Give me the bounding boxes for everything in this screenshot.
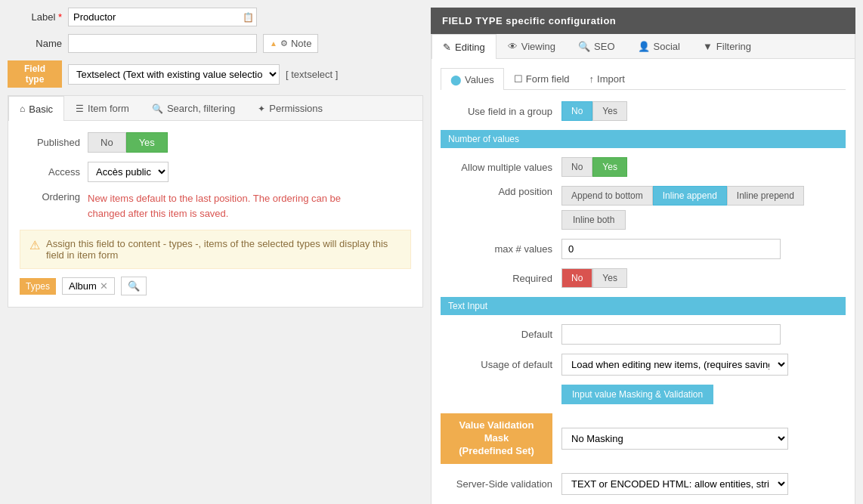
form-field-icon: ☐ (514, 73, 523, 85)
gear-icon: ⚙ (280, 39, 288, 48)
default-label: Default (441, 329, 561, 340)
tab-basic[interactable]: ⌂ Basic (8, 96, 64, 121)
ordering-text: New items default to the last position. … (88, 191, 375, 221)
mask-label: Value Validation Mask (Predefined Set) (441, 413, 561, 464)
published-label: Published (20, 137, 88, 148)
social-icon: 👤 (638, 41, 650, 52)
subtab-values[interactable]: ⬤ Values (441, 68, 504, 90)
types-search-button[interactable]: 🔍 (121, 277, 147, 295)
default-row: Default (441, 324, 846, 345)
left-panel: Label * 📋 Name ▲ ⚙ Note Field type Texts… (8, 8, 423, 504)
usage-default-row: Usage of default Load when editing new i… (441, 354, 846, 376)
viewing-icon: 👁 (508, 41, 518, 52)
tab-editing[interactable]: ✎ Editing (432, 34, 496, 59)
allow-multiple-yes-btn[interactable]: Yes (592, 157, 627, 177)
ordering-label: Ordering (20, 191, 88, 203)
album-tag-remove[interactable]: ✕ (100, 280, 108, 292)
server-validation-select[interactable]: TEXT or ENCODED HTML: allow entities, st… (561, 473, 788, 495)
inline-prepend-btn[interactable]: Inline prepend (727, 186, 804, 206)
use-field-label: Use field in a group (441, 106, 561, 117)
published-no-btn[interactable]: No (88, 132, 126, 153)
triangle-icon: ▲ (270, 39, 277, 48)
warning-icon: ⚠ (29, 238, 40, 252)
field-type-row: Field type Textselect (Text with existin… (8, 60, 423, 88)
append-bottom-btn[interactable]: Append to bottom (561, 186, 653, 206)
allow-multiple-label: Allow multiple values (441, 162, 561, 173)
field-type-button[interactable]: Field type (8, 60, 62, 88)
field-type-badge: [ textselect ] (286, 69, 338, 80)
filtering-icon: ▼ (703, 41, 713, 52)
published-row: Published No Yes (20, 132, 411, 153)
warning-box: ⚠ Assign this field to content - types -… (20, 230, 411, 269)
add-position-row: Add position Append to bottom Inline app… (441, 186, 846, 230)
num-values-section: Number of values (441, 130, 846, 148)
label-input[interactable] (68, 8, 257, 26)
right-panel: FIELD TYPE specific configuration ✎ Edit… (431, 8, 855, 504)
list-icon: ☰ (76, 104, 84, 114)
tab-search-filtering[interactable]: 🔍 Search, filtering (141, 96, 246, 120)
allow-multiple-toggle: No Yes (561, 157, 627, 177)
mask-row: Value Validation Mask (Predefined Set) N… (441, 413, 846, 464)
inline-both-btn[interactable]: Inline both (561, 210, 626, 230)
required-asterisk: * (58, 11, 62, 23)
calendar-icon: 📋 (243, 12, 254, 23)
name-field-label: Name (8, 38, 68, 49)
published-yes-btn[interactable]: Yes (126, 132, 168, 153)
note-button[interactable]: ▲ ⚙ Note (263, 34, 318, 53)
tab-permissions[interactable]: ✦ Permissions (246, 96, 334, 120)
use-field-no-btn[interactable]: No (561, 101, 592, 121)
allow-multiple-row: Allow multiple values No Yes (441, 157, 846, 177)
required-no-btn[interactable]: No (561, 268, 592, 288)
name-input[interactable] (68, 34, 257, 53)
tab-item-form[interactable]: ☰ Item form (64, 96, 141, 120)
access-select[interactable]: Accès public (88, 162, 169, 182)
permissions-icon: ✦ (258, 104, 265, 114)
max-values-label: max # values (441, 243, 561, 255)
access-label: Access (20, 166, 88, 178)
use-field-yes-btn[interactable]: Yes (592, 101, 627, 121)
access-row: Access Accès public (20, 162, 411, 182)
max-values-row: max # values (441, 239, 846, 259)
add-position-buttons: Append to bottom Inline append Inline pr… (561, 186, 804, 230)
album-tag: Album ✕ (62, 277, 115, 295)
subtab-form-field[interactable]: ☐ Form field (504, 68, 580, 89)
use-field-row: Use field in a group No Yes (441, 101, 846, 121)
max-values-input[interactable] (561, 239, 781, 259)
masking-validation-btn[interactable]: Input value Masking & Validation (561, 385, 713, 404)
values-icon: ⬤ (450, 74, 462, 85)
required-yes-btn[interactable]: Yes (592, 268, 627, 288)
types-row: Types Album ✕ 🔍 (20, 277, 411, 295)
home-icon: ⌂ (20, 104, 25, 114)
tab-social[interactable]: 👤 Social (626, 34, 691, 58)
subtab-import[interactable]: ↑ Import (580, 68, 635, 89)
ordering-row: Ordering New items default to the last p… (20, 191, 411, 221)
usage-select[interactable]: Load when editing new items, (requires s… (561, 354, 788, 376)
label-row: Label * 📋 (8, 8, 423, 26)
text-input-section: Text Input (441, 297, 846, 315)
usage-label: Usage of default (441, 359, 561, 370)
required-toggle: No Yes (561, 268, 627, 288)
left-tabs-header: ⌂ Basic ☰ Item form 🔍 Search, filtering … (8, 96, 422, 121)
server-validation-label: Server-Side validation (441, 478, 561, 490)
inline-append-btn[interactable]: Inline append (653, 186, 727, 206)
label-input-wrapper: 📋 (68, 8, 257, 26)
seo-icon: 🔍 (578, 41, 590, 52)
left-tabs-container: ⌂ Basic ☰ Item form 🔍 Search, filtering … (8, 95, 423, 308)
allow-multiple-no-btn[interactable]: No (561, 157, 592, 177)
published-toggle: No Yes (88, 132, 168, 153)
field-type-label: Field type (8, 60, 68, 88)
field-type-select[interactable]: Textselect (Text with existing value sel… (68, 64, 280, 85)
tab-filtering[interactable]: ▼ Filtering (691, 34, 762, 58)
name-row: Name ▲ ⚙ Note (8, 34, 423, 53)
right-content: ⬤ Values ☐ Form field ↑ Import Use field… (432, 59, 855, 504)
default-input[interactable] (561, 324, 781, 345)
mask-select[interactable]: No Masking (561, 428, 788, 450)
mask-button[interactable]: Value Validation Mask (Predefined Set) (441, 413, 552, 464)
search-icon: 🔍 (152, 104, 163, 114)
sub-tabs-header: ⬤ Values ☐ Form field ↑ Import (441, 68, 846, 90)
label-field-label: Label * (8, 11, 68, 23)
add-position-label: Add position (441, 186, 561, 197)
tab-seo[interactable]: 🔍 SEO (567, 34, 626, 58)
tab-viewing[interactable]: 👁 Viewing (496, 34, 567, 58)
required-label: Required (441, 273, 561, 284)
